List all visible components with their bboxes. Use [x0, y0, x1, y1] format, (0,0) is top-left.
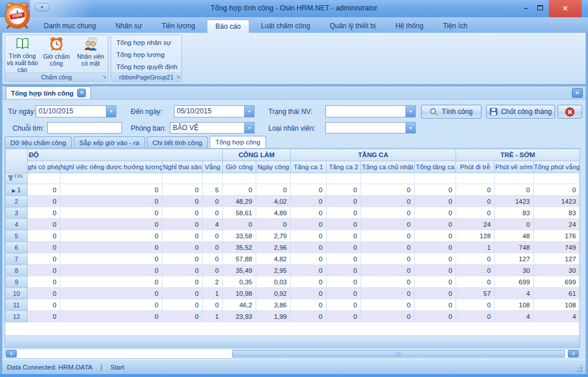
grid-cell[interactable]: 0 [28, 184, 60, 196]
view-tab-sap-xep-gio-vao-ra[interactable]: Sắp xếp giờ vào - ra [74, 136, 145, 148]
den-ngay-combo[interactable]: 05/10/2015 ▼ [174, 105, 255, 117]
close-view-button[interactable] [557, 105, 582, 119]
grid-cell[interactable]: 0 [256, 184, 291, 196]
grid-cell[interactable]: 30 [495, 265, 534, 276]
grid-cell[interactable]: 0 [162, 207, 203, 219]
gio-cham-cong-button[interactable]: Giờ chấm công [39, 35, 73, 73]
grid-cell[interactable]: 0 [60, 219, 162, 230]
grid-cell[interactable]: 0 [60, 207, 162, 219]
grid-cell[interactable]: 0 [361, 288, 415, 299]
grid-cell[interactable]: 0 [456, 207, 495, 219]
grid-cell[interactable]: 0 [203, 242, 223, 253]
grid-cell[interactable]: 2,79 [256, 230, 291, 242]
grid-cell[interactable]: 749 [534, 242, 580, 253]
loai-nhan-vien-combo[interactable]: ▼ [325, 122, 416, 134]
grid-cell[interactable]: 0 [327, 230, 361, 242]
grid-cell[interactable]: 0,92 [256, 288, 291, 299]
column-header-tang-ca-2[interactable]: Tăng ca 2 [327, 161, 361, 173]
scroll-left-button[interactable]: ‹ [6, 350, 17, 357]
grid-cell[interactable]: 0 [162, 219, 203, 230]
grid-cell[interactable]: 0 [28, 299, 60, 311]
grid-cell[interactable]: 1423 [495, 196, 534, 207]
grid-cell[interactable]: 0 [361, 196, 415, 207]
row-indicator[interactable]: 11 [6, 299, 28, 311]
grid-cell[interactable]: 0 [291, 265, 327, 276]
grid-cell[interactable]: 0 [60, 230, 162, 242]
grid-cell[interactable]: 0 [361, 242, 415, 253]
grid-cell[interactable]: 0 [456, 299, 495, 311]
column-header-tong-tang-ca[interactable]: Tổng tăng ca [415, 161, 456, 173]
ribbon-tab-nhan-su[interactable]: Nhân sự [108, 20, 150, 33]
grid-cell[interactable]: 0 [223, 184, 256, 196]
ribbon-tab-tien-ich[interactable]: Tiện ích [435, 20, 475, 33]
grid-cell[interactable]: 0 [60, 288, 162, 299]
column-header-ngay-cong[interactable]: Ngày công [256, 161, 291, 173]
ribbon-tab-he-thong[interactable]: Hệ thống [387, 20, 431, 33]
row-indicator[interactable]: 7 [6, 253, 28, 265]
panel-close-button[interactable]: ✕ [572, 88, 583, 98]
grid-cell[interactable]: 0 [28, 219, 60, 230]
grid-cell[interactable]: 1 [456, 242, 495, 253]
grid-cell[interactable]: 0 [162, 242, 203, 253]
grid-cell[interactable]: 0,35 [223, 276, 256, 288]
grid-cell[interactable]: 4,89 [256, 207, 291, 219]
grid-cell[interactable]: 0 [361, 276, 415, 288]
grid-cell[interactable]: 0 [256, 219, 291, 230]
grid-cell[interactable]: 0 [60, 196, 162, 207]
grid-cell[interactable]: 0 [327, 265, 361, 276]
grid-cell[interactable]: 1,99 [256, 311, 291, 322]
grid-cell[interactable]: 0 [28, 196, 60, 207]
grid-cell[interactable]: 0 [203, 253, 223, 265]
grid-cell[interactable]: 10,98 [223, 288, 256, 299]
column-header-tang-ca-1[interactable]: Tăng ca 1 [291, 161, 327, 173]
grid-cell[interactable]: 0 [456, 265, 495, 276]
grid-cell[interactable]: 748 [495, 242, 534, 253]
grid-cell[interactable]: 0 [162, 196, 203, 207]
grid-cell[interactable]: 0 [415, 288, 456, 299]
grid-cell[interactable]: 0 [291, 184, 327, 196]
filter-cell[interactable] [456, 173, 495, 184]
grid-cell[interactable]: 48,29 [223, 196, 256, 207]
menu-item-tong-hop-quyet-dinh[interactable]: Tổng hợp quyết định [111, 61, 181, 73]
grid-cell[interactable]: 0 [291, 276, 327, 288]
scroll-right-button[interactable]: › [568, 350, 579, 357]
column-header-ghi-co-phep[interactable]: ghi có phép [28, 161, 60, 173]
grid-cell[interactable]: 0 [361, 299, 415, 311]
grid-cell[interactable]: 0,03 [256, 276, 291, 288]
chevron-down-icon[interactable]: ▼ [244, 106, 254, 117]
grid-cell[interactable]: 0 [456, 253, 495, 265]
grid-cell[interactable]: 83 [495, 207, 534, 219]
grid-cell[interactable]: 0 [415, 219, 456, 230]
menu-item-tong-hop-luong[interactable]: Tổng hợp lương [111, 49, 181, 61]
grid-cell[interactable]: 0 [361, 207, 415, 219]
grid-cell[interactable]: 0 [60, 276, 162, 288]
resize-grip[interactable] [575, 364, 582, 372]
app-menu-button[interactable]: OSIN [2, 1, 32, 31]
grid-cell[interactable]: 2 [203, 276, 223, 288]
grid-cell[interactable]: 0 [291, 311, 327, 322]
grid-cell[interactable]: 0 [162, 265, 203, 276]
grid-cell[interactable]: 4 [495, 288, 534, 299]
grid-cell[interactable]: 0 [327, 207, 361, 219]
grid-cell[interactable]: 0 [28, 265, 60, 276]
grid-cell[interactable]: 83 [534, 207, 580, 219]
grid-cell[interactable]: 0 [28, 242, 60, 253]
grid-cell[interactable]: 0 [162, 276, 203, 288]
ribbon-tab-bao-cao[interactable]: Báo cáo [207, 20, 249, 33]
grid-cell[interactable]: 0 [28, 207, 60, 219]
grid-cell[interactable]: 0 [415, 184, 456, 196]
grid-cell[interactable]: 0 [203, 265, 223, 276]
grid-cell[interactable]: 4 [534, 311, 580, 322]
grid-cell[interactable]: 0 [60, 299, 162, 311]
filter-cell[interactable] [223, 173, 256, 184]
grid-cell[interactable]: 0 [203, 299, 223, 311]
grid-cell[interactable]: 0 [28, 288, 60, 299]
grid-cell[interactable]: 0 [60, 265, 162, 276]
grid-cell[interactable]: 23,93 [223, 311, 256, 322]
filter-cell[interactable] [28, 173, 60, 184]
chevron-down-icon[interactable]: ▼ [405, 123, 415, 133]
grid-cell[interactable]: 0 [28, 276, 60, 288]
grid-cell[interactable]: 0 [291, 207, 327, 219]
grid-cell[interactable]: 0 [291, 219, 327, 230]
filter-cell[interactable] [534, 173, 580, 184]
